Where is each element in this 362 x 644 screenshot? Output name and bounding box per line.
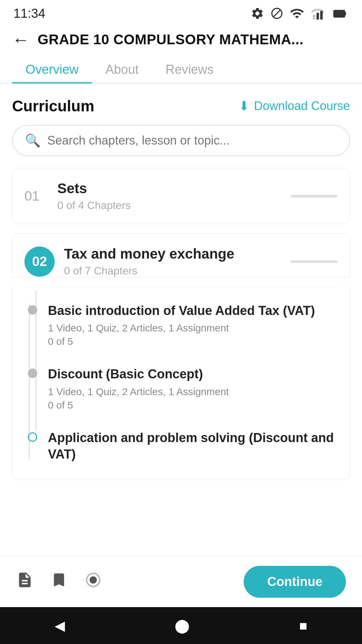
- wifi-icon: [290, 6, 304, 21]
- lesson-title-3: Application and problem solving (Discoun…: [48, 430, 338, 463]
- chapter-01-progress-bar: [291, 195, 338, 198]
- download-label: Download Course: [254, 99, 350, 113]
- chapter-02-num: 02: [24, 247, 55, 277]
- lesson-content-2: Discount (Basic Concept) 1 Video, 1 Quiz…: [48, 366, 338, 411]
- tab-overview[interactable]: Overview: [12, 55, 92, 83]
- android-back-button[interactable]: ◀: [55, 618, 65, 633]
- lessons-list: Basic introduction of Value Added Tax (V…: [24, 287, 338, 473]
- files-nav-icon[interactable]: [16, 571, 34, 593]
- lesson-title-1: Basic introduction of Value Added Tax (V…: [48, 303, 338, 319]
- header: ← GRADE 10 COMPULSORY MATHEMA...: [0, 24, 362, 55]
- chapter-01-progress: 0 of 4 Chapters: [57, 199, 281, 212]
- lessons-container: Basic introduction of Value Added Tax (V…: [12, 287, 350, 480]
- chapter-01-name: Sets: [57, 180, 281, 197]
- svg-rect-0: [320, 11, 322, 20]
- tabs-container: Overview About Reviews: [0, 55, 362, 84]
- curriculum-header: Curriculum ⬇ Download Course: [12, 84, 350, 125]
- download-course-button[interactable]: ⬇ Download Course: [239, 99, 350, 113]
- back-button[interactable]: ←: [12, 31, 29, 48]
- status-bar: 11:34: [0, 0, 362, 24]
- tab-about[interactable]: About: [92, 55, 152, 83]
- android-recents-button[interactable]: ■: [299, 618, 307, 633]
- chapter-02-info: Tax and money exchange 0 of 7 Chapters: [64, 246, 281, 277]
- android-nav-bar: ◀ ⬤ ■: [0, 607, 362, 644]
- lesson-meta-1: 1 Video, 1 Quiz, 2 Articles, 1 Assignmen…: [48, 322, 338, 334]
- settings-icon: [251, 7, 264, 20]
- continue-button[interactable]: Continue: [244, 566, 346, 598]
- lesson-dot-2: [28, 369, 37, 378]
- lesson-content-3: Application and problem solving (Discoun…: [48, 430, 338, 466]
- block-icon: [270, 7, 284, 20]
- progress-nav-icon[interactable]: [84, 571, 102, 593]
- lesson-content-1: Basic introduction of Value Added Tax (V…: [48, 303, 338, 347]
- tab-reviews[interactable]: Reviews: [152, 55, 227, 83]
- chapter-01-info: Sets 0 of 4 Chapters: [57, 180, 281, 212]
- lesson-item-2[interactable]: Discount (Basic Concept) 1 Video, 1 Quiz…: [24, 354, 338, 417]
- page-title: GRADE 10 COMPULSORY MATHEMA...: [38, 32, 304, 48]
- svg-point-7: [90, 577, 96, 583]
- chapter-card-01: 01 Sets 0 of 4 Chapters: [12, 168, 350, 224]
- chapter-02-progress-bar: [291, 260, 338, 263]
- curriculum-title: Curriculum: [12, 97, 94, 115]
- main-content: Curriculum ⬇ Download Course 🔍 01 Sets 0…: [0, 84, 362, 480]
- chapter-01-num: 01: [24, 189, 48, 204]
- lesson-meta-2: 1 Video, 1 Quiz, 2 Articles, 1 Assignmen…: [48, 386, 338, 397]
- search-input[interactable]: [47, 133, 337, 148]
- svg-rect-4: [345, 12, 346, 15]
- status-icons: [251, 6, 349, 21]
- lesson-dot-1: [28, 305, 37, 315]
- svg-rect-3: [334, 10, 345, 17]
- chapter-02-progress: 0 of 7 Chapters: [64, 265, 281, 277]
- chapter-02-name: Tax and money exchange: [64, 246, 281, 262]
- svg-rect-2: [313, 15, 315, 20]
- android-home-button[interactable]: ⬤: [175, 618, 190, 633]
- download-icon: ⬇: [239, 99, 249, 113]
- lesson-count-2: 0 of 5: [48, 399, 338, 411]
- lesson-count-1: 0 of 5: [48, 336, 338, 347]
- search-bar: 🔍: [12, 125, 350, 156]
- lesson-title-2: Discount (Basic Concept): [48, 366, 338, 382]
- chapter-card-02: 02 Tax and money exchange 0 of 7 Chapter…: [12, 233, 350, 277]
- lesson-item-3[interactable]: Application and problem solving (Discoun…: [24, 418, 338, 473]
- signal-icon: [310, 6, 325, 21]
- status-time: 11:34: [13, 6, 45, 21]
- bookmark-nav-icon[interactable]: [50, 571, 68, 593]
- search-icon: 🔍: [25, 133, 41, 148]
- chapter-01-header[interactable]: 01 Sets 0 of 4 Chapters: [24, 180, 338, 212]
- chapter-02-header[interactable]: 02 Tax and money exchange 0 of 7 Chapter…: [24, 246, 338, 277]
- svg-rect-1: [316, 13, 319, 19]
- lesson-item-1[interactable]: Basic introduction of Value Added Tax (V…: [24, 290, 338, 354]
- battery-icon: [331, 6, 349, 21]
- lesson-dot-3: [28, 432, 37, 442]
- bottom-navigation: Continue: [0, 556, 362, 607]
- nav-icons-group: [16, 571, 102, 593]
